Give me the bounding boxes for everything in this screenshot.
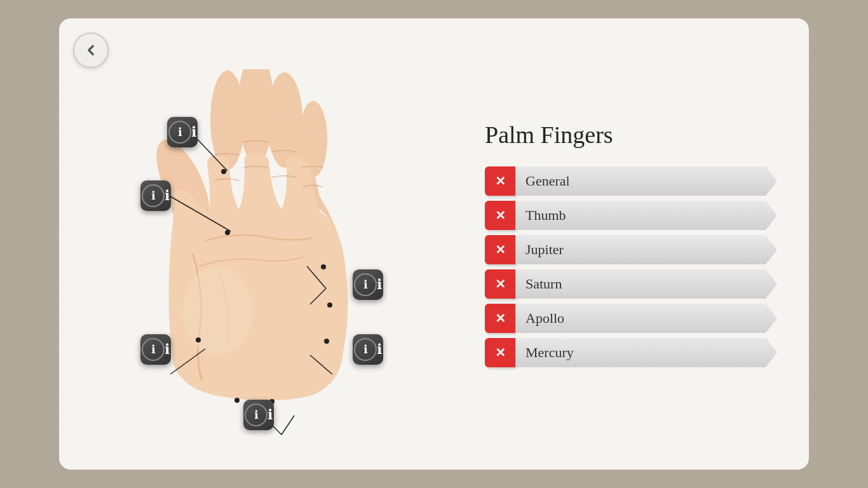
finger-item-general[interactable]: General	[485, 166, 777, 196]
finger-x-button-saturn[interactable]	[485, 269, 515, 299]
dot-2	[225, 230, 230, 235]
dot-6	[324, 339, 329, 344]
dot-5	[196, 337, 201, 342]
finger-x-button-general[interactable]	[485, 166, 515, 196]
finger-item-mercury[interactable]: Mercury	[485, 338, 777, 367]
info-button-bottom[interactable]: ℹ	[243, 400, 274, 430]
finger-item-apollo[interactable]: Apollo	[485, 304, 777, 333]
finger-item-jupiter[interactable]: Jupiter	[485, 235, 777, 264]
info-button-top[interactable]: ℹ	[167, 117, 198, 147]
hand-panel: ℹ ℹ ℹ ℹ	[59, 18, 453, 470]
info-button-right-lower[interactable]: ℹ	[353, 334, 383, 365]
finger-label-thumb: Thumb	[515, 201, 777, 230]
finger-label-saturn: Saturn	[515, 269, 777, 299]
back-arrow-icon	[83, 42, 99, 58]
info-button-index[interactable]: ℹ	[140, 180, 171, 211]
svg-point-5	[183, 266, 253, 355]
dot-1	[221, 169, 226, 174]
finger-item-thumb[interactable]: Thumb	[485, 201, 777, 230]
finger-label-jupiter: Jupiter	[515, 235, 777, 264]
hand-svg	[123, 69, 390, 438]
finger-list: GeneralThumbJupiterSaturnApolloMercury	[485, 166, 777, 367]
finger-label-apollo: Apollo	[515, 304, 777, 333]
finger-x-button-thumb[interactable]	[485, 201, 515, 230]
dot-4	[327, 302, 332, 308]
finger-x-button-mercury[interactable]	[485, 338, 515, 367]
hand-diagram: ℹ ℹ ℹ ℹ	[123, 69, 390, 438]
back-button[interactable]	[73, 32, 109, 68]
dot-3	[321, 264, 326, 269]
info-button-left-lower[interactable]: ℹ	[140, 334, 171, 365]
finger-label-mercury: Mercury	[515, 338, 777, 367]
main-card: ℹ ℹ ℹ ℹ	[59, 18, 809, 470]
info-button-right-mid[interactable]: ℹ	[353, 269, 383, 300]
finger-x-button-apollo[interactable]	[485, 304, 515, 333]
finger-x-button-jupiter[interactable]	[485, 235, 515, 264]
right-panel: Palm Fingers GeneralThumbJupiterSaturnAp…	[453, 95, 809, 393]
panel-title: Palm Fingers	[485, 121, 777, 149]
finger-item-saturn[interactable]: Saturn	[485, 269, 777, 299]
finger-label-general: General	[515, 166, 777, 196]
